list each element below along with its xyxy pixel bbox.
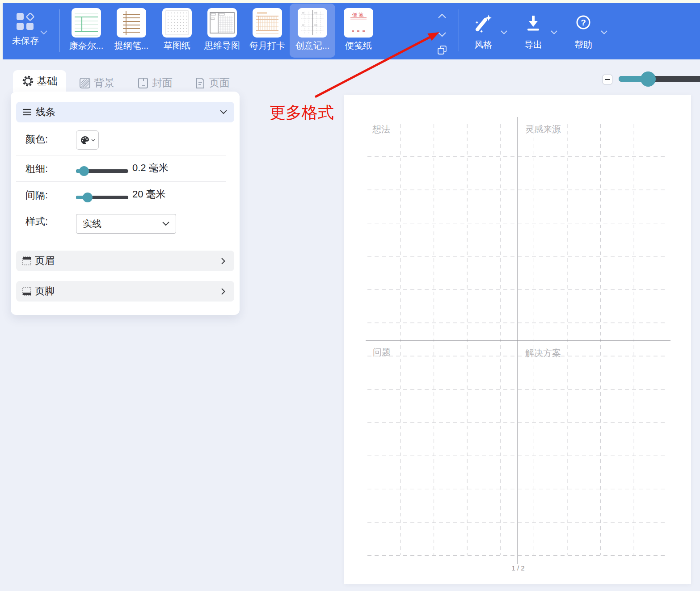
download-icon <box>523 13 544 34</box>
line-section-title: 线条 <box>36 105 55 119</box>
export-chevron-down-icon[interactable] <box>551 28 557 36</box>
row-divider <box>16 208 226 208</box>
quadrant-label-problems: 问题 <box>373 346 391 358</box>
palette-chevron-down-icon <box>91 139 95 142</box>
book-cover-icon <box>137 77 149 89</box>
palette-icon <box>80 135 90 145</box>
window-top-edge <box>0 0 700 3</box>
row-divider <box>16 181 226 182</box>
page-header-icon <box>22 256 31 265</box>
template-thumb-mindmap-icon <box>207 8 237 38</box>
template-label: 便笺纸 <box>345 40 372 52</box>
toolbar-divider <box>59 9 60 52</box>
help-label[interactable]: 帮助 <box>563 39 603 51</box>
zoom-slider-handle[interactable] <box>641 71 656 87</box>
quadrant-label-ideas: 想法 <box>372 123 390 135</box>
save-menu-chevron-down-icon[interactable] <box>40 28 47 36</box>
templates-scroll-up-icon[interactable] <box>438 12 446 20</box>
thickness-value: 0.2 毫米 <box>132 161 169 175</box>
help-chevron-down-icon[interactable] <box>601 28 607 36</box>
zoom-out-button[interactable] <box>603 75 612 84</box>
window-left-edge <box>0 3 3 59</box>
template-thumb-monthly-icon <box>253 8 282 38</box>
save-status-label: 未保存 <box>12 35 39 47</box>
hatch-pattern-icon <box>79 77 91 89</box>
template-label: 思维导图 <box>204 40 240 52</box>
export-button[interactable] <box>523 13 544 35</box>
expand-chevron-right-icon <box>221 288 225 295</box>
template-item-sketch-paper[interactable]: 草图纸 <box>154 4 200 58</box>
template-label: 每月打卡 <box>249 40 285 52</box>
line-section-header[interactable]: 线条 <box>16 102 234 122</box>
svg-text:?: ? <box>581 18 586 27</box>
magic-wand-icon <box>473 13 493 34</box>
line-style-select[interactable]: 实线 <box>76 214 176 234</box>
tab-basic-label: 基础 <box>37 74 58 88</box>
help-icon: ? <box>573 13 594 34</box>
collapse-chevron-down-icon <box>220 110 227 114</box>
quadrant-label-inspiration: 灵感来源 <box>525 123 561 135</box>
tab-basic[interactable]: 基础 <box>13 70 66 92</box>
template-thumb-memo-icon: 便笺 <box>344 8 373 38</box>
template-thumb-creative-icon <box>298 8 327 38</box>
memo-thumb-title: 便笺 <box>344 12 373 18</box>
paper-canvas: 想法 灵感来源 问题 解决方案 1 / 2 <box>344 95 691 584</box>
select-chevron-down-icon <box>162 222 169 226</box>
spacing-slider[interactable] <box>76 193 128 202</box>
spacing-slider-handle[interactable] <box>83 193 93 202</box>
quadrant-label-solutions: 解决方案 <box>525 347 561 359</box>
tab-page-label: 页面 <box>209 76 230 90</box>
template-label: 康奈尔... <box>69 40 104 52</box>
tab-background-label: 背景 <box>94 76 114 90</box>
app-window: 未保存 康奈尔... <box>0 0 700 591</box>
template-thumb-cornell-icon <box>72 8 101 38</box>
page-icon <box>194 77 206 89</box>
page-footer-icon <box>22 287 31 296</box>
template-label: 创意记... <box>295 40 330 52</box>
help-button[interactable]: ? <box>573 13 594 35</box>
expand-chevron-right-icon <box>221 258 225 264</box>
annotation-text: 更多格式 <box>270 102 334 124</box>
gear-icon <box>22 75 34 87</box>
template-item-monthly-checkin[interactable]: 每月打卡 <box>245 4 290 58</box>
tab-background[interactable]: 背景 <box>79 76 114 90</box>
lines-icon <box>22 107 32 117</box>
template-thumb-outline-icon <box>117 8 146 38</box>
row-divider <box>16 155 226 155</box>
spacing-label: 间隔: <box>25 189 48 202</box>
template-label: 提纲笔... <box>114 40 149 52</box>
tab-page[interactable]: 页面 <box>194 76 230 90</box>
export-label[interactable]: 导出 <box>513 39 553 51</box>
settings-panel: 线条 颜色: 粗细: 0.2 毫米 间隔: <box>11 92 240 315</box>
template-item-creative-notes-selected[interactable]: 创意记... <box>290 4 335 58</box>
style-label[interactable]: 风格 <box>463 39 503 51</box>
template-item-cornell[interactable]: 康奈尔... <box>63 4 109 58</box>
page-footer-label: 页脚 <box>35 285 55 298</box>
template-item-mindmap[interactable]: 思维导图 <box>199 4 245 58</box>
quadrant-grid <box>344 95 691 584</box>
top-toolbar: 未保存 康奈尔... <box>0 3 700 59</box>
template-item-memo-paper[interactable]: 便笺 便笺纸 <box>336 4 381 58</box>
app-logo-icon[interactable] <box>16 13 35 33</box>
page-header-label: 页眉 <box>35 254 55 268</box>
page-footer-section[interactable]: 页脚 <box>16 281 234 302</box>
thickness-label: 粗细: <box>25 162 48 176</box>
tab-cover-label: 封面 <box>152 76 173 90</box>
toolbar-divider <box>459 9 459 51</box>
style-chevron-down-icon[interactable] <box>501 28 507 36</box>
line-color-picker-button[interactable] <box>76 130 99 150</box>
page-indicator: 1 / 2 <box>501 564 536 572</box>
template-thumb-sketch-icon <box>162 8 192 38</box>
tab-cover[interactable]: 封面 <box>137 76 173 90</box>
style-button[interactable] <box>473 13 493 35</box>
thickness-slider[interactable] <box>76 166 128 176</box>
line-style-selected-value: 实线 <box>83 218 162 230</box>
spacing-value: 20 毫米 <box>132 188 166 201</box>
page-header-section[interactable]: 页眉 <box>16 251 234 271</box>
line-style-label: 样式: <box>25 215 48 228</box>
template-item-outline-notes[interactable]: 提纲笔... <box>109 4 154 58</box>
templates-more-formats-chevron-down-icon[interactable] <box>438 30 446 38</box>
thickness-slider-handle[interactable] <box>79 166 89 176</box>
duplicate-page-icon[interactable] <box>437 45 447 57</box>
template-label: 草图纸 <box>164 40 190 52</box>
